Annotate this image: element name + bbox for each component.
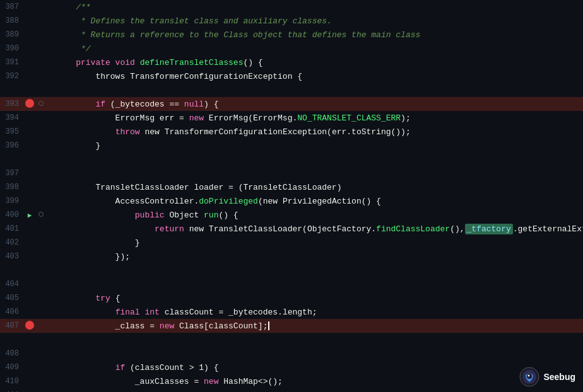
line-number-410: 410: [0, 377, 24, 386]
line-number-403: 403: [0, 252, 24, 261]
breakpoint-407: [24, 321, 35, 331]
code-line-401: 401 return new TransletClassLoader(Objec…: [0, 222, 583, 236]
marker-398: [35, 183, 47, 191]
code-line-403: 403 });: [0, 250, 583, 263]
code-text-407: _class = new Class[classCount];: [54, 321, 583, 331]
marker-395: [35, 128, 47, 135]
code-line-399: 399 AccessController.doPrivileged(new Pr…: [0, 194, 583, 208]
code-text-empty-1: [54, 86, 583, 95]
line-number-406: 406: [0, 308, 24, 316]
icon-398: [24, 183, 35, 191]
code-text-empty-2: [54, 155, 583, 164]
gutter-410: 410: [0, 377, 54, 386]
line-number-393: 393: [0, 100, 24, 108]
gutter-390: 390: [0, 44, 54, 53]
line-number-399: 399: [0, 197, 24, 205]
code-text-396: }: [54, 141, 583, 151]
icon-392: [24, 72, 35, 80]
gutter-empty-3: [0, 267, 54, 274]
icon-404: [24, 280, 35, 288]
code-line-empty-1: [0, 83, 583, 97]
svg-point-3: [528, 375, 530, 377]
line-number-389: 389: [0, 30, 24, 39]
marker-389: [35, 31, 47, 38]
code-line-392: 392 throws TransformerConfigurationExcep…: [0, 69, 583, 83]
code-line-396: 396 }: [0, 139, 583, 153]
code-text-empty-4: [54, 335, 583, 345]
marker-390: [35, 45, 47, 52]
icon-empty-4: [24, 336, 35, 343]
code-line-398: 398 TransletClassLoader loader = (Transl…: [0, 180, 583, 194]
gutter-396: 396: [0, 141, 54, 150]
marker-empty-1: [35, 86, 47, 94]
marker-403: [35, 253, 47, 260]
gutter-408: 408: [0, 349, 54, 358]
icon-408: [24, 350, 35, 357]
marker-393: [35, 100, 47, 108]
code-text-empty-3: [54, 266, 583, 275]
line-number-390: 390: [0, 44, 24, 53]
icon-403: [24, 253, 35, 260]
marker-400: [35, 211, 47, 219]
code-text-389: * Returns a reference to the Class objec…: [54, 30, 583, 40]
marker-408: [35, 350, 47, 357]
gutter-405: 405: [0, 294, 54, 303]
line-number-397: 397: [0, 169, 24, 178]
gutter-392: 392: [0, 72, 54, 81]
icon-387: [24, 3, 35, 11]
icon-empty-2: [24, 156, 35, 163]
code-line-410: 410 _auxClasses = new HashMap<>();: [0, 374, 583, 388]
code-line-empty-2: [0, 153, 583, 166]
marker-396: [35, 142, 47, 149]
icon-409: [24, 364, 35, 371]
line-number-400: 400: [0, 210, 24, 219]
code-text-393: if (_bytecodes == null) {: [54, 100, 583, 109]
icon-405: [24, 294, 35, 302]
marker-empty-4: [35, 336, 47, 343]
code-text-410: _auxClasses = new HashMap<>();: [54, 377, 583, 386]
gutter-404: 404: [0, 280, 54, 289]
icon-400: ▶: [24, 211, 35, 219]
marker-397: [35, 170, 47, 177]
line-number-409: 409: [0, 363, 24, 372]
marker-391: [35, 59, 47, 66]
line-number-392: 392: [0, 72, 24, 81]
code-container: 387 /** 388 * Defines the translet class…: [0, 0, 583, 392]
gutter-empty-1: [0, 86, 54, 94]
code-line-empty-4: [0, 333, 583, 347]
code-line-405: 405 try {: [0, 291, 583, 305]
code-line-empty-3: [0, 263, 583, 277]
line-number-402: 402: [0, 238, 24, 247]
code-line-393: 393 if (_bytecodes == null) {: [0, 97, 583, 111]
code-text-408: [54, 349, 583, 359]
icon-396: [24, 142, 35, 149]
icon-empty-1: [24, 86, 35, 94]
marker-406: [35, 308, 47, 316]
icon-401: [24, 225, 35, 233]
marker-392: [35, 72, 47, 80]
code-line-408: 408: [0, 347, 583, 360]
line-number-407: 407: [0, 321, 24, 330]
marker-402: [35, 239, 47, 246]
line-number-395: 395: [0, 127, 24, 136]
line-number-404: 404: [0, 280, 24, 289]
code-text-403: });: [54, 252, 583, 262]
marker-404: [35, 280, 47, 288]
code-line-389: 389 * Returns a reference to the Class o…: [0, 28, 583, 42]
marker-388: [35, 17, 47, 25]
marker-387: [35, 3, 47, 11]
gutter-398: 398: [0, 183, 54, 192]
breakpoint-393: [24, 99, 35, 110]
icon-388: [24, 17, 35, 25]
gutter-391: 391: [0, 58, 54, 67]
marker-399: [35, 197, 47, 205]
line-number-387: 387: [0, 3, 24, 11]
marker-empty-2: [35, 156, 47, 163]
line-number-401: 401: [0, 224, 24, 233]
code-text-387: /**: [54, 3, 583, 12]
gutter-406: 406: [0, 308, 54, 316]
code-line-388: 388 * Defines the translet class and aux…: [0, 14, 583, 28]
line-number-408: 408: [0, 349, 24, 358]
code-text-388: * Defines the translet class and auxilia…: [54, 16, 583, 26]
code-line-411: 411 }: [0, 388, 583, 392]
